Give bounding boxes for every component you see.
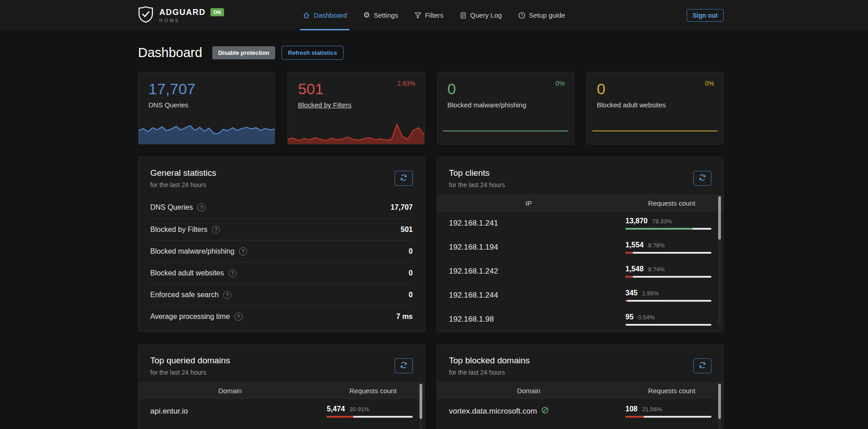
table-row: 192.168.1.98 950.54% — [437, 307, 723, 331]
disable-protection-button[interactable]: Disable protection — [212, 46, 275, 59]
client-ip[interactable]: 192.168.1.244 — [437, 291, 625, 300]
blocked-adult-sparkline — [592, 128, 718, 131]
protection-status-badge: ON — [210, 8, 224, 16]
help-icon[interactable]: ? — [197, 203, 205, 212]
scrollbar-thumb[interactable] — [420, 384, 422, 419]
refresh-top-queried-button[interactable] — [395, 358, 413, 373]
panel-subtitle: for the last 24 hours — [449, 181, 505, 188]
panel-title: General statistics — [150, 168, 216, 178]
blocked-malware-sparkline — [443, 128, 568, 131]
nav-item-settings[interactable]: ⚙ Settings — [363, 0, 398, 30]
queried-domain[interactable]: api.entur.io — [138, 407, 327, 416]
blocked-domain[interactable]: vortex.data.microsoft.com — [437, 406, 625, 416]
refresh-statistics-button[interactable]: Refresh statistics — [281, 46, 343, 60]
list-item: Blocked by Filters? 501 — [150, 218, 413, 240]
refresh-icon — [400, 362, 407, 370]
stat-row-label: Blocked malware/phishing — [150, 247, 234, 255]
navbar: ADGUARD ON HOME Dashboard ⚙ Settings — [0, 0, 868, 30]
requests-bar — [625, 324, 711, 326]
table-row: api.entur.io 5,47430.91% — [138, 399, 424, 424]
blocked-filters-link[interactable]: Blocked by Filters — [298, 101, 414, 109]
requests-cell: 13,87078.33% — [625, 217, 711, 230]
sign-out-button[interactable]: Sign out — [687, 9, 724, 22]
panel-subtitle: for the last 24 hours — [150, 181, 216, 188]
table-header: IP Requests count — [437, 195, 723, 211]
stat-row-label: DNS Queries — [150, 203, 193, 212]
page-title: Dashboard — [138, 45, 202, 60]
nav-item-dashboard[interactable]: Dashboard — [303, 0, 347, 30]
list-item: Enforced safe search? 0 — [150, 284, 413, 305]
nav-item-label: Setup guide — [529, 11, 565, 19]
dns-queries-value: 17,707 — [148, 81, 265, 97]
stat-row-value: 0 — [409, 291, 413, 299]
nav-item-setup-guide[interactable]: ? Setup guide — [518, 0, 565, 30]
help-icon[interactable]: ? — [229, 269, 237, 277]
client-ip[interactable]: 192.168.1.242 — [437, 267, 625, 276]
scrollbar-thumb[interactable] — [718, 384, 721, 419]
refresh-icon — [699, 362, 706, 370]
gear-icon: ⚙ — [363, 11, 370, 19]
scrollbar-thumb[interactable] — [718, 196, 721, 240]
column-header-domain: Domain — [437, 387, 620, 395]
question-circle-icon: ? — [518, 12, 525, 19]
list-item: Average processing time? 7 ms — [150, 305, 413, 327]
main-content: Dashboard Disable protection Refresh sta… — [138, 45, 724, 429]
refresh-top-clients-button[interactable] — [693, 171, 711, 186]
table-header: Domain Requests count — [138, 382, 424, 399]
requests-bar — [327, 416, 413, 418]
requests-percent: 78.33% — [652, 218, 672, 225]
requests-cell: 5,47430.91% — [327, 405, 413, 418]
panels-row-1: General statistics for the last 24 hours… — [138, 157, 724, 332]
refresh-top-blocked-button[interactable] — [693, 358, 711, 373]
help-icon[interactable]: ? — [239, 247, 247, 255]
panel-title: Top clients — [449, 168, 505, 178]
requests-percent: 1.95% — [642, 290, 659, 297]
scrollbar-track[interactable] — [420, 384, 422, 429]
panel-title: Top blocked domains — [449, 356, 530, 366]
refresh-icon — [400, 174, 407, 183]
stat-row-label: Enforced safe search — [150, 291, 219, 299]
refresh-general-stats-button[interactable] — [395, 171, 413, 186]
table-row: vortex.data.microsoft.com 10821.56% — [437, 399, 723, 424]
blocked-domain-text: vortex.data.microsoft.com — [449, 407, 537, 416]
nav-item-label: Filters — [425, 11, 444, 19]
help-icon[interactable]: ? — [223, 291, 231, 299]
blocked-adult-label: Blocked adult websites — [597, 101, 713, 109]
blocked-filters-sparkline — [288, 119, 424, 144]
stat-row-value: 0 — [409, 247, 413, 255]
nav-item-query-log[interactable]: Query Log — [460, 0, 502, 30]
stat-row-label: Blocked adult websites — [150, 269, 224, 277]
client-ip[interactable]: 192.168.1.194 — [437, 243, 625, 252]
blocked-filters-percent: 2.83% — [397, 80, 415, 87]
nav-item-filters[interactable]: Filters — [415, 0, 444, 30]
requests-bar — [625, 416, 711, 418]
client-ip[interactable]: 192.168.1.241 — [437, 219, 625, 228]
requests-cell: 1,5548.78% — [625, 241, 711, 254]
stat-card-blocked-adult: 0% 0 Blocked adult websites — [587, 72, 724, 145]
requests-cell: 3451.95% — [625, 289, 711, 302]
client-ip[interactable]: 192.168.1.98 — [437, 315, 625, 324]
scrollbar-track[interactable] — [718, 196, 721, 326]
column-header-requests: Requests count — [321, 387, 424, 395]
requests-bar — [625, 276, 711, 278]
scrollbar-track[interactable] — [718, 384, 721, 429]
requests-percent: 8.78% — [648, 242, 665, 249]
requests-count: 5,474 — [327, 405, 345, 413]
general-statistics-panel: General statistics for the last 24 hours… — [138, 157, 425, 332]
blocked-slash-circle-icon — [541, 406, 549, 416]
brand-text: ADGUARD ON HOME — [159, 8, 224, 23]
requests-count: 108 — [625, 405, 638, 413]
list-item: Blocked malware/phishing? 0 — [150, 240, 413, 262]
help-icon[interactable]: ? — [212, 226, 220, 234]
nav-item-label: Query Log — [470, 11, 502, 19]
requests-bar — [625, 300, 711, 302]
blocked-malware-value: 0 — [448, 81, 564, 97]
nav-item-label: Dashboard — [314, 11, 347, 19]
column-header-requests: Requests count — [620, 199, 723, 207]
funnel-icon — [415, 12, 421, 19]
help-icon[interactable]: ? — [234, 313, 243, 321]
column-header-ip: IP — [437, 199, 620, 207]
svg-text:?: ? — [520, 13, 523, 18]
requests-percent: 30.91% — [349, 406, 369, 413]
home-icon — [303, 12, 310, 19]
